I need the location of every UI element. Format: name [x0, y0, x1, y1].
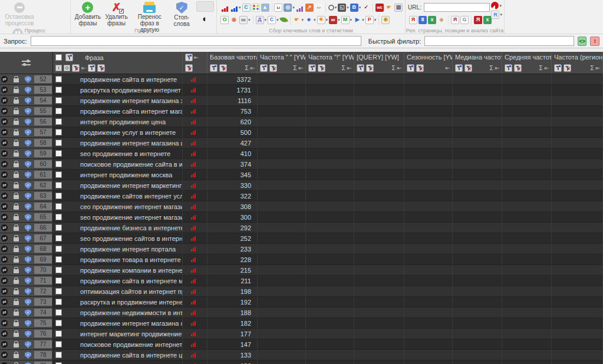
row-transfer-icon[interactable]: ⇄ [1, 246, 8, 252]
phrase-filter-clear-icon[interactable]: ✗ [97, 64, 105, 72]
row-lock-icon[interactable] [14, 312, 19, 316]
screenshot-icon[interactable]: ◱ [338, 4, 346, 12]
pin-column-icon[interactable]: ⇤ [446, 65, 450, 71]
purple-stats-icon[interactable] [296, 4, 304, 12]
table-row[interactable]: ⇄✓63продвижение сайтов интернет услуги32… [0, 191, 603, 201]
column-title[interactable]: Частота "!" [YW] [308, 54, 352, 61]
phrase-cell[interactable]: поисковое продвижение интернет магазина [53, 339, 183, 350]
wordstat-blue-bars-icon-dropdown[interactable]: ▾ [239, 5, 241, 10]
row-lock-icon[interactable] [14, 195, 19, 199]
yandex-positions-icon[interactable]: Я [451, 16, 459, 24]
blue-arrow-icon-dropdown[interactable]: ▾ [362, 18, 364, 22]
source-column-header[interactable]: ⇤ ✗ [183, 52, 207, 74]
filter-edit-icon[interactable] [357, 64, 364, 72]
spy-words-icon[interactable]: ☻ [305, 16, 313, 24]
pacman-share-icon-dropdown[interactable]: ▾ [499, 4, 502, 8]
table-row[interactable]: ⇄✓60поисковое продвижение сайта в интерн… [0, 159, 603, 170]
regex-filter-button[interactable]: <> [578, 37, 587, 46]
globe-gold-icon[interactable]: ⊕ [381, 16, 390, 24]
row-checkbox[interactable] [55, 299, 62, 305]
column-header[interactable]: Медиана частот✗Σ⇤ [453, 52, 502, 74]
row-lock-icon[interactable] [14, 248, 19, 252]
wordstat-red-bars-icon[interactable] [220, 4, 229, 12]
source-filter-edit-icon[interactable] [185, 54, 193, 61]
phrase-filter-edit-icon[interactable] [88, 64, 95, 72]
pin-column-icon[interactable]: ⇤ [347, 65, 352, 71]
phrase-cell[interactable]: продвижение интернет магазина стоимость [53, 318, 183, 329]
phrase-cell[interactable]: оптимизация сайтов и интернет продвижени… [53, 286, 183, 297]
row-checkbox[interactable] [55, 203, 62, 210]
row-transfer-icon[interactable]: ⇄ [1, 140, 8, 146]
row-checkbox[interactable] [55, 235, 62, 241]
blue-arrow-icon[interactable]: ▶ [353, 16, 361, 24]
filter-clear-icon[interactable]: ✗ [219, 64, 227, 72]
filter-clear-icon[interactable]: ✗ [366, 64, 374, 72]
phrase-cell[interactable]: интернет продвижение цена [53, 117, 183, 127]
row-transfer-icon[interactable]: ⇄ [1, 309, 8, 316]
source-filter-clear-icon[interactable]: ✗ [185, 64, 193, 72]
table-row[interactable]: ⇄✓77поисковое продвижение интернет магаз… [0, 339, 603, 350]
source-pin-icon[interactable]: ⇤ [194, 55, 199, 61]
row-shield-icon[interactable]: ✓ [25, 246, 31, 253]
row-shield-icon[interactable]: ✓ [25, 288, 31, 295]
phrase-cell[interactable]: сео продвижение интернет магазина [53, 201, 183, 212]
filter-edit-icon[interactable] [505, 64, 512, 72]
table-row[interactable]: ⇄✓54продвижение интернет магазина заказа… [0, 95, 603, 106]
row-checkbox[interactable] [55, 341, 62, 348]
row-checkbox[interactable] [55, 150, 62, 157]
filter-clear-icon[interactable]: ✗ [416, 64, 424, 72]
row-transfer-icon[interactable]: ⇄ [1, 330, 8, 337]
clear-selection-button[interactable]: O [64, 65, 70, 71]
serp-icon-dropdown[interactable]: ▾ [248, 18, 251, 22]
row-shield-icon[interactable]: ✓ [25, 203, 31, 210]
row-transfer-icon[interactable]: ⇄ [1, 129, 8, 135]
sum-icon[interactable]: Σ [539, 65, 542, 71]
phrase-column-title[interactable]: Фраза [85, 54, 104, 61]
table-row[interactable]: ⇄✓76интернет маркетинг продвижение сайто… [0, 329, 603, 339]
filter-clear-icon[interactable]: ✗ [269, 64, 277, 72]
phrase-cell[interactable]: продвижение интернет магазина заказать [53, 95, 183, 106]
row-shield-icon[interactable]: ✓ [25, 214, 31, 221]
row-checkbox[interactable] [55, 277, 62, 284]
row-transfer-icon[interactable]: ⇄ [1, 87, 8, 93]
phrase-cell[interactable]: seo продвижение интернет магазина [53, 212, 183, 223]
analysis-xls-icon[interactable]: x [483, 16, 492, 24]
search-suggest-icon-dropdown[interactable]: ▾ [335, 5, 337, 10]
table-row[interactable]: ⇄✓79заказать продвижение в интернете126 [0, 360, 603, 364]
row-transfer-icon[interactable]: ⇄ [1, 288, 8, 294]
column-header[interactable]: Сезонность [YW✗⇤ [404, 52, 453, 74]
row-checkbox[interactable] [55, 330, 62, 337]
row-shield-icon[interactable]: ✓ [25, 256, 31, 263]
row-checkbox[interactable] [55, 288, 62, 294]
row-shield-icon[interactable]: ✓ [25, 182, 31, 189]
metrika-target-icon-dropdown[interactable]: ▾ [292, 5, 295, 10]
phrase-cell[interactable]: поисковое продвижение сайта в интернете [53, 159, 183, 170]
yandex-pages-icon[interactable]: Я [409, 16, 417, 24]
direct-b-icon[interactable]: B [350, 4, 358, 12]
row-lock-icon[interactable] [14, 100, 19, 104]
webeffector-icon[interactable]: WE [375, 4, 384, 12]
row-shield-icon[interactable]: ✓ [25, 277, 31, 284]
row-checkbox[interactable] [55, 118, 62, 125]
pin-column-icon[interactable]: ⇤ [495, 65, 500, 71]
filter-edit-icon[interactable] [210, 64, 218, 72]
row-transfer-icon[interactable]: ⇄ [1, 267, 8, 273]
phrase-cell[interactable]: seo продвижение сайтов в интернете [53, 233, 183, 244]
row-lock-icon[interactable] [14, 89, 19, 93]
row-checkbox[interactable] [55, 108, 62, 114]
invert-selection-button[interactable]: I [55, 65, 62, 71]
table-row[interactable]: ⇄✓64сео продвижение интернет магазина308 [0, 201, 603, 212]
spy-words-icon-dropdown[interactable]: ▾ [314, 18, 316, 22]
row-transfer-icon[interactable]: ⇄ [1, 341, 8, 348]
row-shield-icon[interactable]: ✓ [25, 267, 31, 274]
liveinternet-icon[interactable]: Li [274, 4, 282, 12]
row-shield-icon[interactable]: ✓ [25, 129, 31, 136]
pin-column-icon[interactable]: ⇤ [251, 65, 255, 71]
eraser-icon[interactable]: ◆ [437, 16, 446, 24]
row-shield-icon[interactable]: ✓ [25, 320, 31, 327]
row-lock-icon[interactable] [14, 110, 19, 114]
sun-service-icon[interactable]: ☀ [317, 16, 325, 24]
row-settings-icon[interactable] [22, 61, 31, 65]
filter-clear-icon[interactable]: ✗ [464, 64, 472, 72]
row-lock-icon[interactable] [14, 227, 19, 231]
